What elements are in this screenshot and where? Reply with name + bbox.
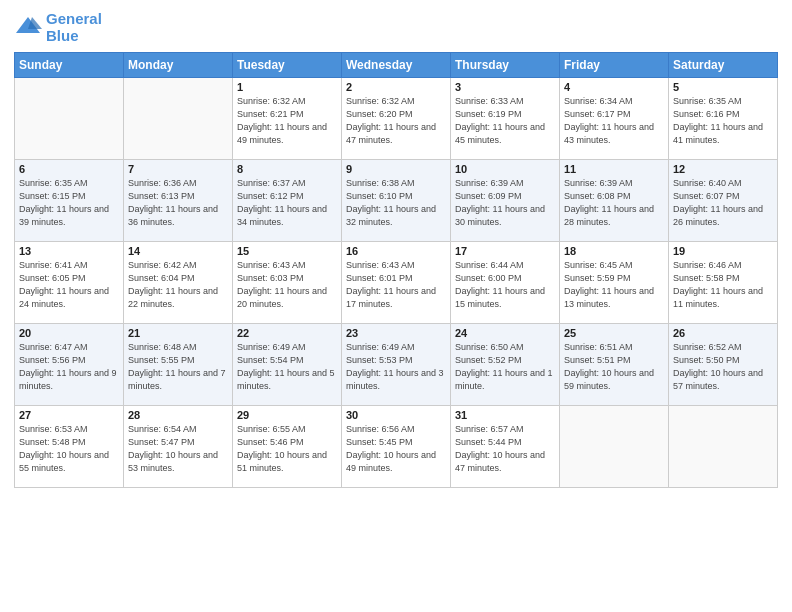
day-info: Sunrise: 6:51 AM Sunset: 5:51 PM Dayligh… xyxy=(564,341,664,393)
day-number: 13 xyxy=(19,245,119,257)
day-info: Sunrise: 6:39 AM Sunset: 6:09 PM Dayligh… xyxy=(455,177,555,229)
week-row-4: 20Sunrise: 6:47 AM Sunset: 5:56 PM Dayli… xyxy=(15,324,778,406)
calendar-cell: 31Sunrise: 6:57 AM Sunset: 5:44 PM Dayli… xyxy=(451,406,560,488)
day-info: Sunrise: 6:57 AM Sunset: 5:44 PM Dayligh… xyxy=(455,423,555,475)
day-number: 4 xyxy=(564,81,664,93)
calendar-cell: 25Sunrise: 6:51 AM Sunset: 5:51 PM Dayli… xyxy=(560,324,669,406)
calendar-cell: 12Sunrise: 6:40 AM Sunset: 6:07 PM Dayli… xyxy=(669,160,778,242)
week-row-2: 6Sunrise: 6:35 AM Sunset: 6:15 PM Daylig… xyxy=(15,160,778,242)
day-number: 12 xyxy=(673,163,773,175)
day-info: Sunrise: 6:49 AM Sunset: 5:53 PM Dayligh… xyxy=(346,341,446,393)
day-info: Sunrise: 6:34 AM Sunset: 6:17 PM Dayligh… xyxy=(564,95,664,147)
calendar-cell xyxy=(560,406,669,488)
day-number: 8 xyxy=(237,163,337,175)
logo-icon xyxy=(14,13,42,41)
calendar-cell: 20Sunrise: 6:47 AM Sunset: 5:56 PM Dayli… xyxy=(15,324,124,406)
day-number: 23 xyxy=(346,327,446,339)
calendar-cell: 3Sunrise: 6:33 AM Sunset: 6:19 PM Daylig… xyxy=(451,78,560,160)
day-info: Sunrise: 6:50 AM Sunset: 5:52 PM Dayligh… xyxy=(455,341,555,393)
calendar-cell: 17Sunrise: 6:44 AM Sunset: 6:00 PM Dayli… xyxy=(451,242,560,324)
day-info: Sunrise: 6:55 AM Sunset: 5:46 PM Dayligh… xyxy=(237,423,337,475)
calendar-cell: 26Sunrise: 6:52 AM Sunset: 5:50 PM Dayli… xyxy=(669,324,778,406)
calendar-cell: 27Sunrise: 6:53 AM Sunset: 5:48 PM Dayli… xyxy=(15,406,124,488)
calendar-cell: 8Sunrise: 6:37 AM Sunset: 6:12 PM Daylig… xyxy=(233,160,342,242)
day-number: 10 xyxy=(455,163,555,175)
day-info: Sunrise: 6:45 AM Sunset: 5:59 PM Dayligh… xyxy=(564,259,664,311)
calendar-cell: 24Sunrise: 6:50 AM Sunset: 5:52 PM Dayli… xyxy=(451,324,560,406)
day-number: 2 xyxy=(346,81,446,93)
day-info: Sunrise: 6:54 AM Sunset: 5:47 PM Dayligh… xyxy=(128,423,228,475)
svg-marker-1 xyxy=(28,17,42,29)
day-number: 25 xyxy=(564,327,664,339)
day-number: 3 xyxy=(455,81,555,93)
day-info: Sunrise: 6:42 AM Sunset: 6:04 PM Dayligh… xyxy=(128,259,228,311)
day-info: Sunrise: 6:39 AM Sunset: 6:08 PM Dayligh… xyxy=(564,177,664,229)
calendar-cell: 5Sunrise: 6:35 AM Sunset: 6:16 PM Daylig… xyxy=(669,78,778,160)
day-info: Sunrise: 6:43 AM Sunset: 6:01 PM Dayligh… xyxy=(346,259,446,311)
header: General Blue xyxy=(14,10,778,44)
weekday-header-monday: Monday xyxy=(124,53,233,78)
weekday-header-tuesday: Tuesday xyxy=(233,53,342,78)
day-number: 11 xyxy=(564,163,664,175)
day-number: 17 xyxy=(455,245,555,257)
day-info: Sunrise: 6:53 AM Sunset: 5:48 PM Dayligh… xyxy=(19,423,119,475)
day-number: 20 xyxy=(19,327,119,339)
calendar-cell xyxy=(15,78,124,160)
calendar-page: General Blue SundayMondayTuesdayWednesda… xyxy=(0,0,792,612)
logo: General Blue xyxy=(14,10,102,44)
day-number: 27 xyxy=(19,409,119,421)
calendar-cell: 13Sunrise: 6:41 AM Sunset: 6:05 PM Dayli… xyxy=(15,242,124,324)
calendar-table: SundayMondayTuesdayWednesdayThursdayFrid… xyxy=(14,52,778,488)
calendar-cell: 16Sunrise: 6:43 AM Sunset: 6:01 PM Dayli… xyxy=(342,242,451,324)
weekday-header-row: SundayMondayTuesdayWednesdayThursdayFrid… xyxy=(15,53,778,78)
day-number: 26 xyxy=(673,327,773,339)
day-info: Sunrise: 6:35 AM Sunset: 6:16 PM Dayligh… xyxy=(673,95,773,147)
calendar-cell: 1Sunrise: 6:32 AM Sunset: 6:21 PM Daylig… xyxy=(233,78,342,160)
day-info: Sunrise: 6:49 AM Sunset: 5:54 PM Dayligh… xyxy=(237,341,337,393)
calendar-cell: 23Sunrise: 6:49 AM Sunset: 5:53 PM Dayli… xyxy=(342,324,451,406)
day-info: Sunrise: 6:41 AM Sunset: 6:05 PM Dayligh… xyxy=(19,259,119,311)
calendar-cell: 18Sunrise: 6:45 AM Sunset: 5:59 PM Dayli… xyxy=(560,242,669,324)
day-number: 15 xyxy=(237,245,337,257)
day-info: Sunrise: 6:43 AM Sunset: 6:03 PM Dayligh… xyxy=(237,259,337,311)
calendar-cell xyxy=(124,78,233,160)
day-info: Sunrise: 6:40 AM Sunset: 6:07 PM Dayligh… xyxy=(673,177,773,229)
day-number: 18 xyxy=(564,245,664,257)
day-number: 9 xyxy=(346,163,446,175)
day-info: Sunrise: 6:36 AM Sunset: 6:13 PM Dayligh… xyxy=(128,177,228,229)
calendar-cell: 4Sunrise: 6:34 AM Sunset: 6:17 PM Daylig… xyxy=(560,78,669,160)
day-number: 1 xyxy=(237,81,337,93)
day-info: Sunrise: 6:52 AM Sunset: 5:50 PM Dayligh… xyxy=(673,341,773,393)
calendar-cell: 14Sunrise: 6:42 AM Sunset: 6:04 PM Dayli… xyxy=(124,242,233,324)
logo-line1: General xyxy=(46,10,102,27)
weekday-header-sunday: Sunday xyxy=(15,53,124,78)
day-info: Sunrise: 6:44 AM Sunset: 6:00 PM Dayligh… xyxy=(455,259,555,311)
day-number: 21 xyxy=(128,327,228,339)
day-info: Sunrise: 6:32 AM Sunset: 6:21 PM Dayligh… xyxy=(237,95,337,147)
day-number: 24 xyxy=(455,327,555,339)
calendar-cell: 29Sunrise: 6:55 AM Sunset: 5:46 PM Dayli… xyxy=(233,406,342,488)
week-row-3: 13Sunrise: 6:41 AM Sunset: 6:05 PM Dayli… xyxy=(15,242,778,324)
calendar-cell: 28Sunrise: 6:54 AM Sunset: 5:47 PM Dayli… xyxy=(124,406,233,488)
day-info: Sunrise: 6:33 AM Sunset: 6:19 PM Dayligh… xyxy=(455,95,555,147)
day-info: Sunrise: 6:56 AM Sunset: 5:45 PM Dayligh… xyxy=(346,423,446,475)
calendar-cell: 9Sunrise: 6:38 AM Sunset: 6:10 PM Daylig… xyxy=(342,160,451,242)
calendar-cell: 10Sunrise: 6:39 AM Sunset: 6:09 PM Dayli… xyxy=(451,160,560,242)
day-info: Sunrise: 6:38 AM Sunset: 6:10 PM Dayligh… xyxy=(346,177,446,229)
calendar-cell: 22Sunrise: 6:49 AM Sunset: 5:54 PM Dayli… xyxy=(233,324,342,406)
calendar-cell: 19Sunrise: 6:46 AM Sunset: 5:58 PM Dayli… xyxy=(669,242,778,324)
calendar-cell: 21Sunrise: 6:48 AM Sunset: 5:55 PM Dayli… xyxy=(124,324,233,406)
day-number: 19 xyxy=(673,245,773,257)
day-info: Sunrise: 6:47 AM Sunset: 5:56 PM Dayligh… xyxy=(19,341,119,393)
calendar-cell xyxy=(669,406,778,488)
weekday-header-friday: Friday xyxy=(560,53,669,78)
day-number: 29 xyxy=(237,409,337,421)
week-row-1: 1Sunrise: 6:32 AM Sunset: 6:21 PM Daylig… xyxy=(15,78,778,160)
day-number: 30 xyxy=(346,409,446,421)
day-number: 28 xyxy=(128,409,228,421)
day-number: 6 xyxy=(19,163,119,175)
day-number: 5 xyxy=(673,81,773,93)
weekday-header-saturday: Saturday xyxy=(669,53,778,78)
day-info: Sunrise: 6:32 AM Sunset: 6:20 PM Dayligh… xyxy=(346,95,446,147)
day-number: 31 xyxy=(455,409,555,421)
